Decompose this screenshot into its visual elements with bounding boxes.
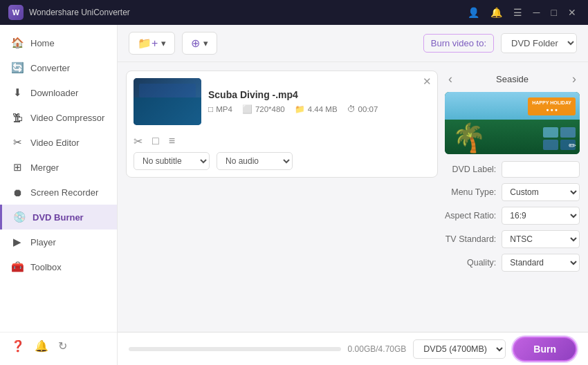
editor-icon: ✂: [11, 136, 24, 149]
app-logo: W: [8, 5, 24, 20]
sidebar-item-player[interactable]: ▶ Player: [0, 230, 117, 254]
resolution-prop: ⬜ 720*480: [242, 104, 285, 114]
sidebar-label-merger: Merger: [30, 162, 59, 173]
sidebar-item-merger[interactable]: ⊞ Merger: [0, 155, 117, 180]
preview-edit-icon[interactable]: ✏: [569, 140, 576, 151]
sidebar-item-toolbox[interactable]: 🧰 Toolbox: [0, 254, 117, 279]
resolution-icon: ⬜: [242, 104, 252, 114]
notification-icon[interactable]: 🔔: [35, 339, 48, 353]
home-icon: 🏠: [11, 37, 24, 49]
duration-prop: ⏱ 00:07: [347, 104, 378, 114]
menu-type-select[interactable]: Custom None Classic Modern: [502, 183, 580, 201]
bell-icon[interactable]: 🔔: [487, 6, 506, 19]
audio-select[interactable]: No audio: [217, 152, 293, 170]
sidebar-item-video-compressor[interactable]: 🗜 Video Compressor: [0, 105, 117, 130]
size-icon: 📁: [295, 104, 305, 114]
dvd-label-text: DVD Label:: [445, 165, 496, 174]
sidebar-item-video-editor[interactable]: ✂ Video Editor: [0, 130, 117, 155]
duration-value: 00:07: [358, 105, 378, 113]
size-value: 4.44 MB: [308, 105, 338, 113]
add-media-label: ▾: [161, 38, 166, 48]
menu-icon[interactable]: ☰: [510, 6, 526, 19]
duration-icon: ⏱: [347, 104, 356, 114]
burn-button[interactable]: Burn: [513, 337, 577, 362]
main-content: 📁+ ▾ ⊕ ▾ Burn video to: DVD Folder DVD D…: [118, 25, 588, 365]
dvd-label-input[interactable]: [502, 161, 580, 178]
sync-icon[interactable]: ↻: [58, 339, 67, 353]
merger-icon: ⊞: [11, 161, 24, 174]
sidebar-label-dvd: DVD Burner: [33, 212, 84, 223]
subtitle-select[interactable]: No subtitle: [134, 152, 210, 170]
template-preview: 🌴 HAPPY HOLIDAY● ● ● ✏: [445, 92, 580, 154]
disc-type-select[interactable]: DVD5 (4700MB) DVD9 (8500MB): [413, 339, 506, 359]
sidebar: 🏠 Home 🔄 Converter ⬇ Downloader 🗜 Video …: [0, 25, 118, 365]
preview-banner: HAPPY HOLIDAY● ● ●: [528, 97, 576, 115]
template-name: Seaside: [496, 74, 529, 84]
sidebar-label-toolbox: Toolbox: [30, 262, 62, 272]
minimize-icon[interactable]: ─: [530, 6, 544, 19]
thumb-2: [560, 127, 576, 138]
footer: 0.00GB/4.70GB DVD5 (4700MB) DVD9 (8500MB…: [118, 332, 588, 365]
sidebar-label-converter: Converter: [30, 63, 70, 73]
video-dropdowns: No subtitle No audio: [134, 152, 430, 170]
size-prop: 📁 4.44 MB: [295, 104, 338, 114]
settings-icon[interactable]: ≡: [169, 135, 175, 148]
template-prev-button[interactable]: ‹: [445, 71, 456, 88]
recorder-icon: ⏺: [11, 186, 24, 198]
converter-icon: 🔄: [11, 62, 24, 74]
user-icon[interactable]: 👤: [464, 6, 483, 19]
format-icon: □: [208, 104, 213, 114]
window-controls: 👤 🔔 ☰ ─ □ ✕: [464, 6, 580, 19]
menu-type-label: Menu Type:: [445, 187, 496, 197]
player-icon: ▶: [11, 236, 24, 248]
thumb-1: [543, 127, 558, 138]
video-props: □ MP4 ⬜ 720*480 📁 4.44 MB: [208, 104, 430, 114]
template-next-button[interactable]: ›: [569, 71, 580, 88]
burn-destination-select[interactable]: DVD Folder DVD Disc ISO File: [501, 33, 577, 53]
maximize-icon[interactable]: □: [548, 6, 560, 19]
video-card: ✕ Scuba Diving -.mp4: [126, 71, 438, 178]
close-icon[interactable]: ✕: [564, 6, 580, 19]
help-icon[interactable]: ❓: [11, 339, 25, 353]
sidebar-label-recorder: Screen Recorder: [30, 187, 98, 198]
format-value: MP4: [216, 105, 232, 113]
downloader-icon: ⬇: [11, 86, 24, 99]
app-title: Wondershare UniConverter: [29, 8, 464, 17]
aspect-ratio-select[interactable]: 16:9 4:3: [502, 207, 580, 225]
sidebar-label-downloader: Downloader: [30, 88, 78, 98]
tv-standard-select[interactable]: NTSC PAL: [502, 230, 580, 248]
progress-bar: [129, 347, 341, 351]
toolbox-icon: 🧰: [11, 261, 24, 273]
cut-icon[interactable]: ✂: [134, 135, 143, 148]
dvd-icon: 💿: [13, 211, 26, 223]
sidebar-bottom: ❓ 🔔 ↻: [0, 332, 117, 359]
sidebar-item-home[interactable]: 🏠 Home: [0, 30, 117, 55]
sidebar-item-screen-recorder[interactable]: ⏺ Screen Recorder: [0, 180, 117, 205]
sidebar-label-compressor: Video Compressor: [30, 113, 104, 123]
quality-label: Quality:: [445, 258, 496, 268]
sidebar-label-home: Home: [30, 38, 55, 48]
sidebar-item-dvd-burner[interactable]: 💿 DVD Burner: [0, 205, 117, 230]
template-nav: ‹ Seaside ›: [445, 71, 580, 88]
subtitle-edit-icon[interactable]: □: [152, 135, 159, 148]
add-chapter-icon: ⊕: [191, 37, 200, 50]
add-chapter-label: ▾: [203, 38, 208, 48]
add-media-icon: 📁+: [138, 37, 158, 50]
add-chapter-button[interactable]: ⊕ ▾: [182, 32, 217, 55]
video-actions: ✂ □ ≡: [134, 135, 430, 148]
sidebar-item-downloader[interactable]: ⬇ Downloader: [0, 80, 117, 105]
aspect-ratio-label: Aspect Ratio:: [445, 211, 496, 221]
storage-label: 0.00GB/4.70GB: [348, 344, 407, 354]
preview-palm: 🌴: [452, 122, 486, 154]
app-body: 🏠 Home 🔄 Converter ⬇ Downloader 🗜 Video …: [0, 25, 588, 365]
quality-select[interactable]: Standard High Low: [502, 254, 580, 272]
video-card-close[interactable]: ✕: [423, 75, 432, 88]
dvd-properties: DVD Label: Menu Type: Custom None Classi…: [445, 161, 580, 272]
sidebar-label-player: Player: [30, 237, 56, 247]
video-list: ✕ Scuba Diving -.mp4: [126, 71, 438, 324]
titlebar: W Wondershare UniConverter 👤 🔔 ☰ ─ □ ✕: [0, 0, 588, 25]
sidebar-item-converter[interactable]: 🔄 Converter: [0, 55, 117, 80]
video-title: Scuba Diving -.mp4: [208, 89, 430, 100]
tv-standard-label: TV Standard:: [445, 234, 496, 244]
add-media-button[interactable]: 📁+ ▾: [129, 32, 175, 55]
